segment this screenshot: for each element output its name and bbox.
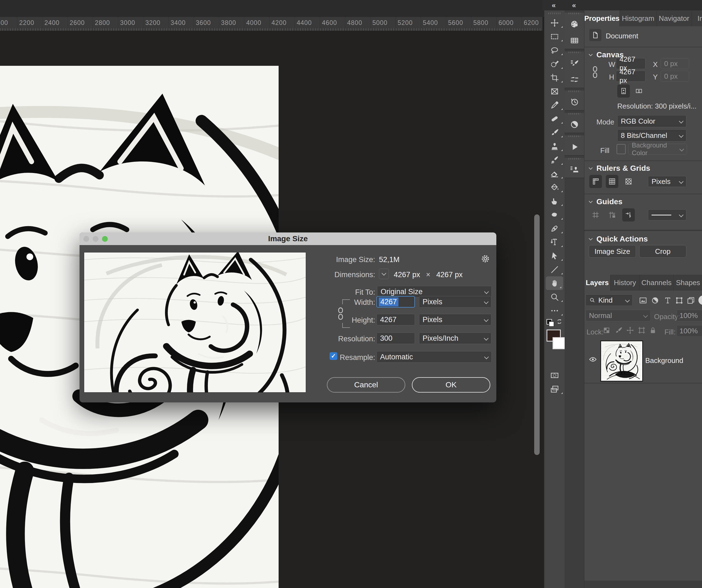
tool-type[interactable] (544, 235, 565, 249)
lock-position-icon[interactable] (626, 326, 634, 334)
filter-toggle-partial[interactable] (698, 296, 702, 305)
tool-lasso[interactable] (544, 43, 565, 57)
dimensions-chevron[interactable] (379, 269, 389, 279)
tab-properties[interactable]: Properties (584, 10, 619, 26)
resolution-input[interactable]: 300 (376, 332, 415, 344)
toggle-grid-button[interactable] (606, 175, 618, 188)
tab-history[interactable]: History (611, 275, 639, 291)
swap-colors-icon[interactable] (556, 318, 563, 325)
rulers-grids-section-header[interactable]: Rulers & Grids (589, 164, 650, 173)
orientation-landscape-button[interactable] (632, 85, 645, 98)
fit-to-select[interactable]: Original Size (377, 286, 492, 297)
toggle-guides-button[interactable] (589, 208, 602, 222)
panel-group-grip[interactable] (569, 51, 580, 53)
resample-select[interactable]: Automatic (376, 351, 492, 363)
tool-move[interactable] (544, 16, 565, 30)
swatches-icon[interactable] (565, 32, 584, 49)
filter-shape-icon[interactable] (675, 296, 684, 305)
toggle-rulers-button[interactable] (589, 175, 602, 188)
tab-shapes[interactable]: Shapes (674, 275, 702, 291)
lock-guides-button[interactable] (606, 208, 618, 222)
filter-image-icon[interactable] (639, 296, 648, 305)
tool-path-select[interactable] (544, 249, 565, 263)
quick-action-crop-button[interactable]: Crop (639, 245, 686, 258)
brushes-icon[interactable] (565, 71, 584, 88)
collapse-toolbar-icon[interactable]: « (552, 1, 556, 10)
layer-row-background[interactable]: Background (584, 338, 702, 384)
tool-dodge[interactable] (544, 208, 565, 222)
tab-layers[interactable]: Layers (584, 275, 610, 291)
document-icon[interactable] (589, 29, 601, 41)
screen-mode-icon[interactable] (544, 382, 565, 396)
guide-style-select[interactable] (648, 209, 686, 220)
toolbar-grip[interactable] (548, 13, 561, 14)
actions-play-icon[interactable] (565, 139, 584, 155)
tab-channels[interactable]: Channels (640, 275, 673, 291)
lock-all-icon[interactable] (649, 326, 657, 334)
history-icon[interactable] (565, 94, 584, 110)
tool-more[interactable] (544, 304, 565, 317)
filter-adjustment-icon[interactable] (651, 296, 660, 305)
panel-group-grip[interactable] (569, 91, 580, 92)
tool-clone-stamp[interactable] (544, 139, 565, 153)
tab-histogram[interactable]: Histogram (620, 10, 656, 26)
lock-transparency-icon[interactable] (602, 326, 611, 334)
lock-artboard-icon[interactable] (637, 326, 646, 334)
toggle-transparency-button[interactable] (622, 175, 635, 188)
tool-zoom[interactable] (544, 290, 565, 304)
tool-presets-icon[interactable] (565, 161, 584, 178)
tool-paint-bucket[interactable] (544, 180, 565, 194)
lock-pixels-icon[interactable] (614, 326, 623, 334)
dialog-titlebar[interactable]: Image Size (80, 233, 496, 245)
cancel-button[interactable]: Cancel (327, 377, 405, 393)
tool-healing[interactable] (544, 112, 565, 126)
mode-select[interactable]: RGB Color (617, 115, 686, 127)
layer-thumbnail[interactable] (600, 340, 643, 382)
tool-frame[interactable] (544, 85, 565, 98)
tool-mixer-brush[interactable] (544, 153, 565, 167)
tool-selection-brush[interactable] (544, 57, 565, 71)
tab-inf[interactable]: Inf (692, 10, 702, 26)
canvas-width-field[interactable]: 4267 px (616, 58, 646, 69)
filter-smart-object-icon[interactable] (686, 296, 695, 305)
filter-type-icon[interactable] (663, 296, 672, 305)
gear-icon[interactable] (480, 254, 490, 264)
tool-line[interactable] (544, 263, 565, 276)
color-palette-icon[interactable] (565, 16, 584, 32)
height-unit-select[interactable]: Pixels (419, 314, 491, 325)
brush-settings-icon[interactable] (565, 55, 584, 71)
resolution-unit-select[interactable]: Pixels/Inch (419, 332, 491, 344)
width-input[interactable]: 4267 (376, 296, 415, 308)
image-preview[interactable] (84, 252, 306, 393)
link-dimensions-icon[interactable] (591, 63, 599, 81)
panel-group-grip[interactable] (569, 113, 580, 115)
orientation-portrait-button[interactable] (617, 85, 630, 98)
close-window-icon[interactable] (83, 236, 89, 242)
adjustments-icon[interactable] (565, 116, 584, 133)
height-input[interactable]: 4267 (376, 314, 415, 325)
tab-navigator[interactable]: Navigator (657, 10, 691, 26)
bit-depth-select[interactable]: 8 Bits/Channel (617, 129, 686, 141)
tool-smudge[interactable] (544, 194, 565, 208)
vertical-scrollbar[interactable] (534, 214, 540, 455)
quick-mask-icon[interactable] (544, 369, 565, 382)
panel-group-grip[interactable] (569, 135, 580, 137)
width-unit-select[interactable]: Pixels (419, 296, 491, 308)
minimize-window-icon[interactable] (93, 236, 98, 242)
panel-group-grip[interactable] (569, 13, 580, 14)
quick-action-image-size-button[interactable]: Image Size (589, 245, 636, 258)
layer-filter-kind-select[interactable]: Kind (585, 294, 632, 306)
tool-pen[interactable] (544, 222, 565, 235)
ruler-units-select[interactable]: Pixels (648, 176, 686, 187)
canvas-height-field[interactable]: 4267 px (616, 71, 646, 82)
tool-eraser[interactable] (544, 167, 565, 180)
tool-eyedropper[interactable] (544, 98, 565, 112)
collapse-panels-icon[interactable]: « (572, 1, 576, 10)
tool-crop[interactable] (544, 71, 565, 85)
layer-visibility-eye-icon[interactable] (588, 355, 598, 363)
tool-brush[interactable] (544, 126, 565, 139)
tool-marquee[interactable] (544, 30, 565, 43)
ok-button[interactable]: OK (412, 377, 490, 393)
zoom-window-icon[interactable] (102, 236, 108, 242)
snap-button[interactable] (622, 208, 635, 222)
